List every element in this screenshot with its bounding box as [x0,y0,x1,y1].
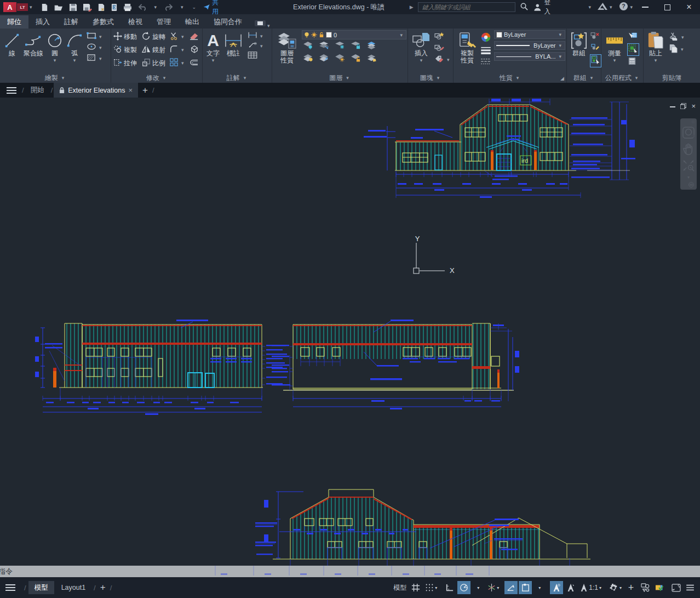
doc-restore-button[interactable] [680,103,686,111]
chevron-down-icon[interactable]: ▾ [30,4,32,10]
polar-tracking-toggle[interactable] [457,581,471,594]
open-from-web-mobile-button[interactable] [111,3,118,12]
stretch-icon[interactable] [113,58,122,69]
dim-linear-icon[interactable] [248,32,257,40]
rotate-label[interactable]: 旋轉 [152,32,165,42]
measure-button[interactable]: 測量 ▾ [604,30,626,65]
navbar-close-icon[interactable]: ⊗ [691,119,695,124]
calculator-icon[interactable] [628,57,639,67]
explode-icon[interactable] [190,45,199,55]
array-caret[interactable]: ▾ [181,60,184,66]
signin-caret[interactable]: ▾ [588,4,591,10]
ribbon-tab-insert[interactable]: 插入 [28,15,57,29]
copy-label[interactable]: 複製 [124,45,137,55]
undo-history-caret[interactable]: ▾ [154,4,157,10]
app-menu-button[interactable]: A LT ▾ [3,2,34,12]
layer-make-current-icon[interactable] [303,54,314,65]
color-combo-caret[interactable]: ▾ [559,32,561,37]
workspace-switching-button[interactable]: ▾ [607,581,623,594]
quick-calc-select-icon[interactable] [628,44,639,55]
layer-unlock2-icon[interactable] [351,54,362,65]
move-label[interactable]: 移動 [124,32,137,42]
layout-tab-layout1[interactable]: Layout1 [55,581,91,594]
navbar-menu-icon[interactable] [688,180,695,190]
help-search-box[interactable] [418,2,515,12]
layer-combo-caret[interactable]: ▾ [400,32,403,38]
grid-toggle[interactable] [409,581,422,594]
snap-toggle[interactable]: ▾ [423,581,439,594]
plus-tool-button[interactable]: + [624,581,638,594]
search-icon[interactable] [520,2,528,12]
fillet-caret[interactable]: ▾ [181,47,184,53]
file-tab-exterior-elevations[interactable]: Exterior Elevations × [54,83,138,98]
insert-block-button[interactable]: 插入 ▾ [410,30,432,65]
layer-state-icon[interactable] [366,54,377,65]
layout-menu-button[interactable] [5,584,15,591]
redo-button[interactable] [164,3,174,11]
ungroup-icon[interactable] [590,32,601,42]
ribbon-tab-manage[interactable]: 管理 [150,15,178,29]
edit-block-icon[interactable] [434,43,444,53]
ribbon-tab-home[interactable]: 歸位 [0,15,28,29]
scale-icon[interactable] [142,58,151,69]
group-selection-toggle[interactable] [590,55,601,67]
ellipse-caret[interactable]: ▾ [99,45,102,50]
edit-attribute-icon[interactable] [434,55,444,65]
annotation-autoscale-toggle[interactable] [564,581,577,594]
create-block-icon[interactable] [434,32,444,42]
annotation-scale-button[interactable]: 1:1▾ [578,581,603,594]
lineweight-combo-caret[interactable]: ▾ [559,43,561,48]
osnap-caret[interactable]: ▾ [533,581,546,594]
paste-caret[interactable]: ▾ [655,57,657,64]
attribute-caret[interactable]: ▾ [447,57,450,62]
panel-label-utilities[interactable]: 公用程式▾ [601,73,643,83]
maximize-button[interactable] [656,0,678,14]
rotate-icon[interactable] [142,32,151,42]
isolate-objects-button[interactable] [639,581,652,594]
plot-button[interactable] [123,3,132,12]
text-button[interactable]: A 文字 ▾ [205,30,221,65]
model-space-toggle[interactable]: 模型 [392,581,408,594]
layer-match-icon[interactable] [366,41,377,52]
copy-clip-icon[interactable] [669,44,678,55]
properties-dialog-launcher[interactable]: ◢ [560,76,564,81]
close-button[interactable]: × [678,0,700,14]
graphics-performance-button[interactable] [653,581,666,594]
qat-customize-caret[interactable]: ⌄ [192,4,197,10]
panel-label-annotate[interactable]: 註解▾ [203,73,272,83]
panel-label-clipboard[interactable]: 剪貼簿 [644,73,700,83]
ribbon-tab-view[interactable]: 檢視 [121,15,150,29]
customization-button[interactable] [684,581,697,594]
layer-off-icon[interactable] [303,41,314,52]
object-snap-toggle[interactable] [519,581,532,594]
close-tab-icon[interactable]: × [128,86,133,94]
ribbon-collapse-caret[interactable]: ▾ [267,23,270,29]
insert-caret[interactable]: ▾ [420,57,423,64]
panel-label-properties[interactable]: 性質▾ ◢ [454,73,566,83]
layer-isolate-icon[interactable] [319,41,330,52]
array-icon[interactable] [170,58,178,68]
fillet-icon[interactable] [170,45,178,55]
new-file-button[interactable] [41,3,49,12]
redo-history-caret[interactable]: ▾ [181,4,183,10]
ribbon-collapse-button[interactable] [255,20,266,26]
rectangle-icon[interactable] [87,32,96,41]
file-tab-start[interactable]: 開始 [25,83,50,98]
open-file-button[interactable] [54,3,64,12]
save-to-web-mobile-button[interactable] [97,3,105,12]
table-icon[interactable] [248,52,257,60]
lineweight-combo[interactable]: ByLayer▾ [494,41,565,50]
dim-linear-caret[interactable]: ▾ [260,33,263,39]
circle-button[interactable]: 圓 ▾ [45,30,65,65]
save-button[interactable] [69,3,77,12]
circle-caret[interactable]: ▾ [54,57,56,64]
hatch-icon[interactable] [87,54,96,63]
linetype-combo[interactable]: BYLA...▾ [494,52,565,61]
rectangle-caret[interactable]: ▾ [99,34,102,39]
move-icon[interactable] [113,32,122,42]
help-button[interactable]: ? [619,2,628,13]
isodraft-toggle[interactable]: ▾ [486,581,501,594]
mirror-icon[interactable] [142,45,151,55]
search-input[interactable] [421,3,512,11]
undo-button[interactable] [137,3,147,11]
